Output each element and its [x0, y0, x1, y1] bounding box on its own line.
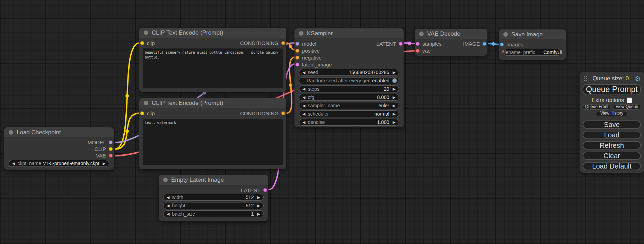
node-title-bar[interactable]: CLIP Text Encode (Prompt) [139, 98, 286, 108]
view-queue-button[interactable]: View Queue [613, 105, 641, 110]
node-ksampler[interactable]: KSampler model LATENT positive negative … [294, 28, 404, 127]
arrow-right-icon[interactable]: ▶ [393, 71, 396, 74]
node-title-bar[interactable]: VAE Decode [415, 29, 487, 39]
arrow-left-icon[interactable]: ◀ [167, 196, 169, 199]
load-default-button[interactable]: Load Default [583, 162, 641, 170]
node-save-image[interactable]: Save Image images filename_prefix ComfyU… [499, 29, 566, 60]
widget-value[interactable]: 8.000 [377, 94, 389, 100]
clear-button[interactable]: Clear [583, 152, 641, 160]
collapse-dot-icon[interactable] [299, 31, 303, 36]
arrow-left-icon[interactable]: ◀ [302, 112, 305, 116]
node-title-bar[interactable]: Empty Latent Image [159, 175, 268, 185]
input-port-model[interactable] [295, 42, 299, 46]
node-title-bar[interactable]: CLIP Text Encode (Prompt) [139, 28, 286, 38]
refresh-button[interactable]: Refresh [583, 141, 641, 150]
save-button[interactable]: Save [583, 120, 641, 129]
arrow-right-icon[interactable]: ▶ [393, 96, 396, 99]
widget-value[interactable]: 512 [246, 195, 254, 200]
queue-front-button[interactable]: Queue Front [583, 105, 611, 110]
arrow-right-icon[interactable]: ▶ [393, 120, 396, 124]
toggle-icon[interactable] [392, 78, 397, 83]
widget-value[interactable]: 512 [246, 203, 254, 208]
input-port-clip[interactable] [140, 41, 144, 45]
arrow-right-icon[interactable]: ▶ [103, 162, 106, 165]
collapse-dot-icon[interactable] [163, 178, 168, 182]
node-clip-text-encode-positive[interactable]: CLIP Text Encode (Prompt) clip CONDITION… [139, 28, 286, 92]
widget-value[interactable]: v1-5-pruned-emaonly.ckpt [43, 161, 99, 166]
node-title-bar[interactable]: KSampler [294, 28, 404, 39]
collapse-dot-icon[interactable] [503, 32, 508, 37]
view-history-button[interactable]: View History [596, 111, 628, 116]
arrow-left-icon[interactable]: ◀ [302, 96, 305, 99]
widget-label: Random seed after every gen [307, 78, 370, 83]
prompt-textarea[interactable]: text, watermark [143, 119, 283, 165]
input-label-vae: vae [422, 48, 431, 54]
queue-prompt-button[interactable]: Queue Prompt [583, 84, 641, 95]
ckpt-name-widget[interactable]: ◀ ckpt_name v1-5-pruned-emaonly.ckpt ▶ [9, 160, 109, 167]
load-button[interactable]: Load [583, 131, 641, 139]
batch-size-widget[interactable]: ◀ batch_size 1 ▶ [163, 210, 264, 217]
input-port-latent-image[interactable] [295, 63, 299, 66]
scheduler-widget[interactable]: ◀ scheduler normal ▶ [299, 110, 399, 117]
input-port-images[interactable] [500, 43, 504, 46]
sampler-name-widget[interactable]: ◀ sampler_name euler ▶ [299, 102, 399, 109]
widget-value[interactable]: 20 [384, 86, 389, 92]
arrow-left-icon[interactable]: ◀ [12, 162, 15, 165]
filename-prefix-widget[interactable]: filename_prefix ComfyUI [503, 49, 561, 56]
seed-widget[interactable]: ◀ seed 156680208700286 ▶ [299, 69, 399, 76]
arrow-left-icon[interactable]: ◀ [167, 204, 169, 208]
arrow-right-icon[interactable]: ▶ [257, 212, 260, 216]
widget-value[interactable]: 156680208700286 [349, 70, 389, 75]
output-port-conditioning[interactable] [281, 111, 285, 115]
height-widget[interactable]: ◀ height 512 ▶ [163, 202, 264, 209]
arrow-right-icon[interactable]: ▶ [257, 196, 260, 199]
settings-gear-icon[interactable]: ⚙ [635, 75, 641, 82]
arrow-right-icon[interactable]: ▶ [393, 87, 396, 91]
cfg-widget[interactable]: ◀ cfg 8.000 ▶ [299, 94, 399, 101]
widget-value[interactable]: 1 [251, 211, 254, 217]
extra-options-checkbox[interactable] [627, 98, 632, 103]
output-port-clip[interactable] [109, 147, 113, 151]
collapse-dot-icon[interactable] [9, 130, 13, 135]
input-port-negative[interactable] [295, 56, 299, 60]
arrow-left-icon[interactable]: ◀ [302, 71, 305, 74]
width-widget[interactable]: ◀ width 512 ▶ [163, 194, 264, 201]
node-load-checkpoint[interactable]: Load Checkpoint MODEL CLIP VAE ◀ ckpt_na… [4, 127, 114, 170]
arrow-left-icon[interactable]: ◀ [167, 212, 169, 216]
widget-value[interactable]: euler [378, 103, 389, 108]
widget-value[interactable]: ComfyUI [544, 49, 562, 55]
input-port-samples[interactable] [416, 42, 420, 46]
output-port-vae[interactable] [109, 154, 113, 157]
arrow-left-icon[interactable]: ◀ [302, 104, 305, 108]
input-port-vae[interactable] [416, 49, 420, 53]
widget-value[interactable]: normal [374, 111, 389, 117]
collapse-dot-icon[interactable] [144, 30, 148, 35]
node-vae-decode[interactable]: VAE Decode samples IMAGE vae [415, 29, 487, 56]
collapse-dot-icon[interactable] [144, 101, 148, 105]
input-label-positive: positive [302, 48, 320, 54]
node-title-bar[interactable]: Load Checkpoint [4, 127, 114, 138]
denoise-widget[interactable]: ◀ denoise 1.000 ▶ [299, 119, 399, 126]
random-seed-widget[interactable]: Random seed after every gen enabled [299, 77, 399, 84]
output-port-latent[interactable] [263, 188, 267, 192]
collapse-dot-icon[interactable] [419, 31, 424, 36]
arrow-left-icon[interactable]: ◀ [302, 120, 305, 124]
arrow-right-icon[interactable]: ▶ [393, 104, 396, 108]
prompt-textarea[interactable]: beautiful scenery nature glass bottle la… [143, 48, 283, 88]
output-port-image[interactable] [483, 42, 486, 46]
arrow-right-icon[interactable]: ▶ [257, 204, 260, 208]
steps-widget[interactable]: ◀ steps 20 ▶ [299, 85, 399, 92]
input-port-positive[interactable] [295, 49, 299, 53]
output-port-conditioning[interactable] [281, 41, 285, 45]
arrow-left-icon[interactable]: ◀ [302, 87, 305, 91]
widget-value[interactable]: enabled [372, 78, 389, 83]
node-empty-latent-image[interactable]: Empty Latent Image LATENT ◀ width 512 ▶ … [159, 175, 268, 221]
node-title-bar[interactable]: Save Image [499, 29, 566, 40]
widget-value[interactable]: 1.000 [377, 119, 389, 125]
input-port-clip[interactable] [140, 111, 144, 115]
drag-handle-icon[interactable] [584, 76, 587, 81]
arrow-right-icon[interactable]: ▶ [393, 112, 396, 116]
output-port-latent[interactable] [399, 42, 403, 46]
output-port-model[interactable] [109, 141, 113, 144]
node-clip-text-encode-negative[interactable]: CLIP Text Encode (Prompt) clip CONDITION… [139, 98, 286, 169]
